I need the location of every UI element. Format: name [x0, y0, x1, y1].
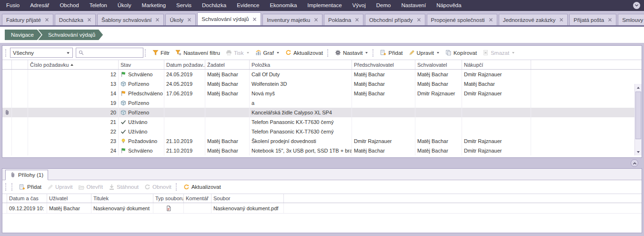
cell-value: Matěj Bachar: [207, 81, 238, 87]
table-row[interactable]: 12Schváleno24.05.2019Matěj BacharCall Of…: [2, 70, 634, 79]
tab-close-icon[interactable]: [608, 18, 612, 22]
cell-spacer: [12, 146, 28, 155]
tab-close-icon[interactable]: [559, 18, 564, 22]
tab-pokladna[interactable]: Pokladna: [324, 14, 363, 25]
dropdown-caret-icon[interactable]: [436, 51, 440, 54]
search-input[interactable]: [86, 50, 141, 56]
bulb-icon: [121, 138, 126, 144]
toolbar-button-nastaveni-filtru[interactable]: Nastavení filtru: [172, 48, 223, 57]
toolbar-button-otevrit[interactable]: Otevřít: [75, 183, 106, 192]
vertical-scrollbar[interactable]: [634, 84, 642, 155]
menu-item-ukoly[interactable]: Úkoly: [112, 0, 137, 11]
tab-prijata-posta[interactable]: Přijatá pošta: [569, 14, 616, 25]
toolbar-button-aktualizovat[interactable]: Aktualizovat: [282, 48, 326, 57]
collapse-panel-button[interactable]: [631, 159, 638, 167]
tab-close-icon[interactable]: [187, 18, 191, 22]
toolbar-button-nastavit[interactable]: Nastavit: [332, 48, 372, 57]
menu-item-fusio[interactable]: Fusio: [1, 0, 25, 11]
column-header-cislo-pozadavku[interactable]: Číslo požadavku: [28, 60, 119, 69]
column-header-zadatel[interactable]: Žadatel: [205, 60, 250, 69]
menu-item-marketing[interactable]: Marketing: [137, 0, 171, 11]
toolbar-button-filtr[interactable]: Filtr: [150, 48, 172, 57]
tab-close-icon[interactable]: [45, 18, 49, 22]
menu-item-ekonomika[interactable]: Ekonomika: [264, 0, 302, 11]
tab-ukoly[interactable]: Úkoly: [165, 14, 196, 25]
toolbar-button-upravit[interactable]: Upravit: [406, 48, 443, 57]
table-row[interactable]: 21UžívánoTelefon Panasonic KX-T7630 čern…: [2, 117, 634, 127]
column-header-uzivatel[interactable]: Uživatel: [47, 194, 91, 203]
table-row[interactable]: 13Pořízeno24.05.2019Matěj BacharWolfenst…: [2, 79, 634, 89]
table-row[interactable]: 19Pořízenoa: [2, 98, 634, 108]
toolbar-button-obnovit[interactable]: Obnovit: [141, 183, 174, 192]
menu-item-implementace[interactable]: Implementace: [302, 0, 347, 11]
menu-item-dochazka[interactable]: Docházka: [197, 0, 231, 11]
tab-close-icon[interactable]: [87, 18, 91, 22]
toolbar-button-graf[interactable]: Graf: [252, 48, 282, 57]
tab-close-icon[interactable]: [155, 18, 160, 22]
toolbar-button-stahnout[interactable]: Stáhnout: [106, 183, 141, 192]
column-header-datum-pozadav[interactable]: Datum požadav...: [164, 60, 205, 69]
tab-dochazka[interactable]: Docházka: [55, 14, 96, 25]
tab-sablony-schvalovani[interactable]: Šablony schvalování: [97, 14, 164, 25]
column-header-datum-a-cas[interactable]: Datum a čas: [7, 194, 47, 203]
column-header-typ-souboru[interactable]: Typ souboru: [153, 194, 184, 203]
menu-item-adresar[interactable]: Adresář: [25, 0, 54, 11]
menu-item-napoveda[interactable]: Nápověda: [431, 0, 466, 11]
table-row[interactable]: 14Předschváleno17.06.2019Matěj BacharNov…: [2, 89, 634, 98]
toolbar-button-pridat[interactable]: Přidat: [377, 48, 405, 57]
menu-item-nastaveni[interactable]: Nastavení: [396, 0, 431, 11]
column-header-soubor[interactable]: Soubor: [211, 194, 284, 203]
search-box[interactable]: [76, 48, 143, 58]
table-row[interactable]: 22UžívánoTelefon Panasonic KX-T7630 čern…: [2, 127, 634, 136]
tab-close-icon[interactable]: [417, 18, 421, 22]
tab-close-icon[interactable]: [314, 18, 318, 22]
tab-propojene-spolecnosti[interactable]: Propojené společnosti: [427, 14, 497, 25]
tab-prilohy[interactable]: Přílohy (1): [5, 170, 48, 180]
tab-obchodni-pripady[interactable]: Obchodní případy: [365, 14, 425, 25]
tab-close-icon[interactable]: [489, 18, 493, 22]
dropdown-caret-icon[interactable]: [364, 51, 368, 54]
toolbar-button-tisk[interactable]: Tisk: [223, 48, 252, 57]
tab-jednorazove-zakazky[interactable]: Jednorázové zakázky: [499, 14, 568, 25]
toolbar-button-kopirovat[interactable]: Kopírovat: [443, 48, 480, 57]
scrollbar-up-button[interactable]: [635, 84, 642, 91]
menu-item-servis[interactable]: Servis: [171, 0, 197, 11]
column-header-nakupci[interactable]: Nákupčí: [462, 60, 531, 69]
breadcrumb-navigace[interactable]: Navigace: [5, 30, 41, 40]
paperclip-icon: [4, 110, 10, 115]
menu-item-telefon[interactable]: Telefon: [84, 0, 112, 11]
menubar-collapse-button[interactable]: [633, 2, 640, 9]
scrollbar-thumb[interactable]: [635, 92, 641, 139]
table-row[interactable]: 20PořízenoKancelářská židle Calypso XL S…: [2, 108, 634, 117]
dropdown-caret-icon[interactable]: [511, 51, 515, 54]
table-row[interactable]: 24Schváleno21.10.2019Matěj BacharNoteboo…: [2, 146, 634, 155]
column-header-schvalovatel[interactable]: Schvalovatel: [415, 60, 462, 69]
toolbar-button-pridat[interactable]: Přidat: [16, 183, 44, 192]
tab-close-icon[interactable]: [252, 17, 257, 21]
column-header-stav[interactable]: Stav: [119, 60, 164, 69]
toolbar-button-upravit[interactable]: Upravit: [44, 183, 75, 192]
tab-inventury-majetku[interactable]: Inventury majetku: [262, 14, 322, 25]
attachment-row[interactable]: 09.12.2019 10:Matěj BacharNaskenovaný do…: [2, 203, 642, 214]
menu-item-demo[interactable]: Demo: [371, 0, 396, 11]
menu-item-evidence[interactable]: Evidence: [231, 0, 264, 11]
cell-value: Matěj Bachar: [207, 72, 238, 77]
tab-smlouvy[interactable]: Smlouvy: [618, 14, 644, 25]
scrollbar-down-button[interactable]: [635, 148, 642, 155]
menu-item-obchod[interactable]: Obchod: [54, 0, 84, 11]
column-header-komentar[interactable]: Komentář: [184, 194, 211, 203]
dropdown-caret-icon[interactable]: [246, 51, 250, 54]
menu-item-vyvoj[interactable]: Vývoj: [347, 0, 371, 11]
tab-faktury-prijate[interactable]: Faktury přijaté: [2, 14, 53, 25]
toolbar-button-aktualizovat[interactable]: Aktualizovat: [181, 183, 224, 192]
toolbar-button-smazat[interactable]: Smazat: [480, 48, 518, 57]
dropdown-caret-icon[interactable]: [276, 51, 280, 54]
table-row[interactable]: 23Požadováno21.10.2019Matěj BacharŠkolen…: [2, 136, 634, 146]
column-header-titulek[interactable]: Titulek: [91, 194, 153, 203]
column-header-predschvalovatel[interactable]: Předschvalovatel: [352, 60, 415, 69]
tab-close-icon[interactable]: [355, 18, 359, 22]
tab-schvalovani-vydaju[interactable]: Schvalování výdajů: [197, 12, 261, 25]
view-filter-select[interactable]: Všechny: [10, 48, 73, 58]
column-header-polozka[interactable]: Položka: [250, 60, 352, 69]
breadcrumb-current-page[interactable]: Schvalování výdajů: [38, 30, 103, 40]
